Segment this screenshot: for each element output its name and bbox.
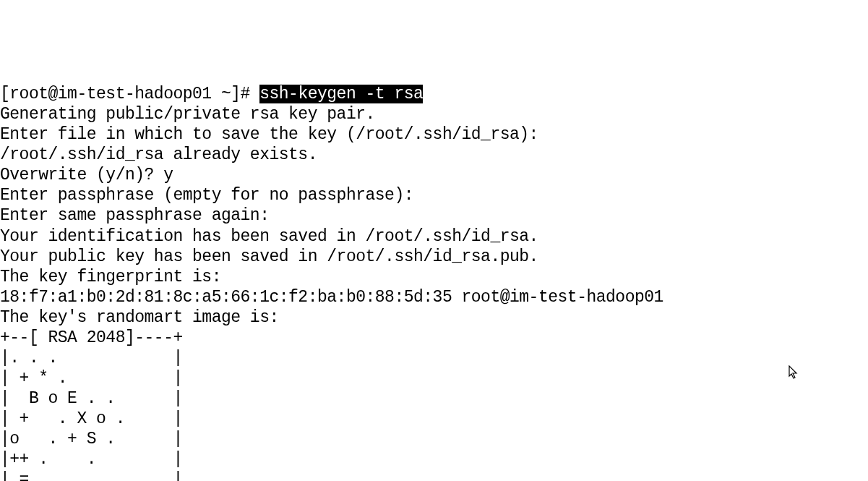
output-line: Enter passphrase (empty for no passphras… — [0, 186, 413, 205]
command-input: ssh-keygen -t rsa — [259, 85, 423, 103]
randomart-line: +--[ RSA 2048]----+ — [0, 328, 183, 347]
randomart-line: | = . | — [0, 470, 183, 481]
output-line: /root/.ssh/id_rsa already exists. — [0, 145, 317, 164]
randomart-line: |. . . | — [0, 349, 183, 367]
prompt: [root@im-test-hadoop01 ~]# — [0, 85, 259, 103]
randomart-line: |++ . . | — [0, 450, 183, 469]
output-line: Generating public/private rsa key pair. — [0, 105, 375, 124]
output-line: Overwrite (y/n)? y — [0, 166, 173, 184]
output-line: 18:f7:a1:b0:2d:81:8c:a5:66:1c:f2:ba:b0:8… — [0, 288, 663, 307]
output-line: Your identification has been saved in /r… — [0, 227, 538, 246]
output-line: Enter file in which to save the key (/ro… — [0, 125, 538, 144]
output-line: The key's randomart image is: — [0, 308, 279, 327]
output-line: The key fingerprint is: — [0, 268, 221, 286]
randomart-line: | + . X o . | — [0, 409, 183, 428]
randomart-line: | + * . | — [0, 369, 183, 388]
terminal-output[interactable]: [root@im-test-hadoop01 ~]# ssh-keygen -t… — [0, 84, 868, 481]
randomart-line: | B o E . . | — [0, 389, 183, 408]
output-line: Enter same passphrase again: — [0, 206, 269, 225]
output-line: Your public key has been saved in /root/… — [0, 247, 538, 266]
randomart-line: |o . + S . | — [0, 430, 183, 448]
